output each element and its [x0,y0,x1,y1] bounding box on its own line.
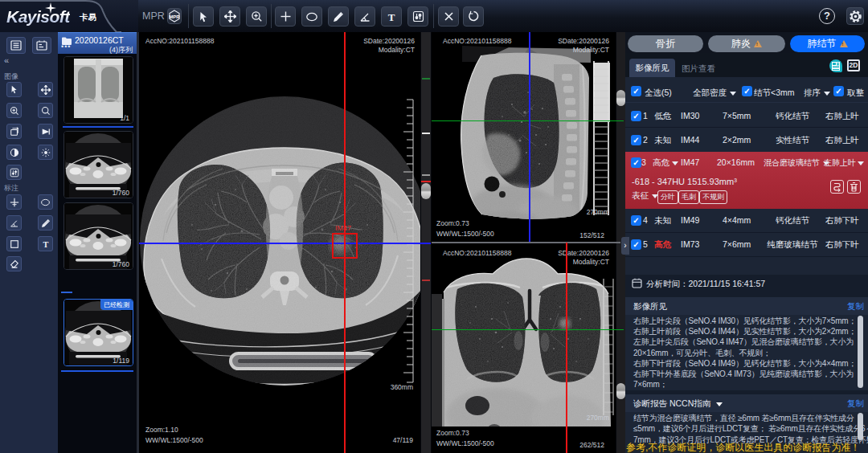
svg-text:T: T [43,239,48,248]
svg-text:T: T [388,11,395,22]
svg-text:MPR: MPR [169,14,180,19]
